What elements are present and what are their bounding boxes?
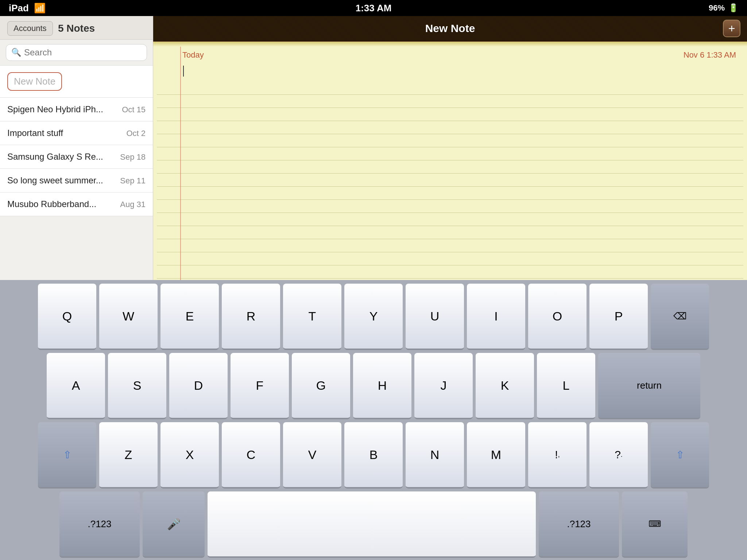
- ipad-label: iPad: [9, 3, 29, 14]
- ruled-lines: [153, 64, 747, 280]
- torn-edge: [153, 42, 747, 47]
- margin-line: [180, 47, 181, 280]
- note-date-line: Today Nov 6 1:33 AM: [153, 47, 747, 62]
- key-a[interactable]: A: [47, 353, 105, 419]
- note-date: Oct 2: [126, 129, 146, 138]
- notes-count: 5 Notes: [58, 23, 95, 34]
- battery-percent: 96%: [709, 3, 725, 13]
- shift-left-icon: ⇧: [63, 449, 71, 461]
- note-datetime-label: Nov 6 1:33 AM: [684, 50, 736, 60]
- key-question[interactable]: ?.: [589, 422, 648, 489]
- key-h[interactable]: H: [353, 353, 411, 419]
- list-item[interactable]: Samsung Galaxy S Re... Sep 18: [0, 145, 153, 169]
- new-note-inner: New Note: [7, 72, 62, 91]
- note-title: Musubo Rubberband...: [7, 199, 116, 209]
- key-c[interactable]: C: [222, 422, 280, 489]
- key-mic[interactable]: 🎤: [143, 491, 205, 558]
- keyboard-row-3: ⇧ Z X C V B N M !, ?. ⇧: [2, 422, 745, 489]
- key-b[interactable]: B: [344, 422, 403, 489]
- list-item[interactable]: Spigen Neo Hybrid iPh... Oct 15: [0, 98, 153, 121]
- key-q[interactable]: Q: [38, 284, 96, 350]
- status-bar-right: 96% 🔋: [709, 3, 738, 13]
- key-x[interactable]: X: [160, 422, 219, 489]
- note-title: So long sweet summer...: [7, 175, 116, 186]
- key-return[interactable]: return: [598, 353, 700, 419]
- key-exclaim[interactable]: !,: [528, 422, 587, 489]
- keyboard-row-1: Q W E R T Y U I O P ⌫: [2, 284, 745, 350]
- key-t[interactable]: T: [283, 284, 341, 350]
- add-note-button[interactable]: +: [723, 20, 740, 37]
- list-item[interactable]: Musubo Rubberband... Aug 31: [0, 192, 153, 216]
- wifi-icon: 📶: [34, 3, 46, 14]
- note-date: Aug 31: [120, 200, 146, 209]
- key-n[interactable]: N: [406, 422, 464, 489]
- status-bar: iPad 📶 1:33 AM 96% 🔋: [0, 0, 747, 16]
- note-editor-title: New Note: [425, 22, 475, 35]
- key-m[interactable]: M: [467, 422, 525, 489]
- note-editor: New Note +: [153, 16, 747, 280]
- key-shift-right[interactable]: ⇧: [651, 422, 709, 489]
- key-v[interactable]: V: [283, 422, 341, 489]
- sidebar: Accounts 5 Notes 🔍 New Note Spigen Neo H…: [0, 16, 153, 280]
- hide-keyboard-icon: ⌨: [649, 519, 661, 529]
- new-note-label: New Note: [14, 76, 55, 87]
- note-title: Important stuff: [7, 128, 122, 138]
- battery-icon: 🔋: [728, 3, 738, 13]
- list-item[interactable]: Important stuff Oct 2: [0, 121, 153, 145]
- search-input[interactable]: [24, 47, 142, 58]
- sidebar-header: Accounts 5 Notes: [0, 16, 153, 40]
- key-shift-left[interactable]: ⇧: [38, 422, 96, 489]
- note-date: Oct 15: [122, 105, 146, 114]
- key-symbols-right[interactable]: .?123: [539, 491, 619, 558]
- key-j[interactable]: J: [414, 353, 473, 419]
- note-title: Samsung Galaxy S Re...: [7, 152, 116, 162]
- key-symbols-left[interactable]: .?123: [59, 491, 140, 558]
- status-bar-left: iPad 📶: [9, 3, 46, 14]
- key-i[interactable]: I: [467, 284, 525, 350]
- note-date: Sep 11: [120, 176, 146, 186]
- key-l[interactable]: L: [537, 353, 595, 419]
- key-f[interactable]: F: [231, 353, 289, 419]
- note-today-label: Today: [182, 50, 204, 60]
- key-backspace[interactable]: ⌫: [651, 284, 709, 350]
- search-wrapper[interactable]: 🔍: [6, 44, 147, 61]
- keyboard: Q W E R T Y U I O P ⌫ A S D F G H J K L …: [0, 280, 747, 560]
- key-u[interactable]: U: [406, 284, 464, 350]
- status-bar-time: 1:33 AM: [356, 3, 392, 14]
- key-w[interactable]: W: [99, 284, 158, 350]
- note-date: Sep 18: [120, 152, 146, 162]
- search-icon: 🔍: [11, 48, 21, 57]
- key-o[interactable]: O: [528, 284, 587, 350]
- mic-icon: 🎤: [167, 518, 181, 530]
- backspace-icon: ⌫: [673, 311, 687, 322]
- note-title: Spigen Neo Hybrid iPh...: [7, 104, 117, 114]
- main-area: Accounts 5 Notes 🔍 New Note Spigen Neo H…: [0, 16, 747, 280]
- keyboard-row-4: .?123 🎤 .?123 ⌨: [2, 491, 745, 558]
- text-cursor: [183, 66, 184, 77]
- note-paper: Today Nov 6 1:33 AM: [153, 47, 747, 280]
- new-note-item[interactable]: New Note: [0, 66, 153, 98]
- key-z[interactable]: Z: [99, 422, 158, 489]
- key-s[interactable]: S: [108, 353, 166, 419]
- key-r[interactable]: R: [222, 284, 280, 350]
- note-content[interactable]: Today Nov 6 1:33 AM: [153, 47, 747, 280]
- search-bar: 🔍: [0, 40, 153, 66]
- shift-right-icon: ⇧: [676, 449, 684, 461]
- key-d[interactable]: D: [169, 353, 228, 419]
- key-k[interactable]: K: [476, 353, 534, 419]
- key-e[interactable]: E: [160, 284, 219, 350]
- accounts-button[interactable]: Accounts: [7, 21, 53, 36]
- key-g[interactable]: G: [292, 353, 350, 419]
- list-item[interactable]: So long sweet summer... Sep 11: [0, 169, 153, 192]
- key-p[interactable]: P: [589, 284, 648, 350]
- note-toolbar: New Note +: [153, 16, 747, 42]
- key-hide-keyboard[interactable]: ⌨: [622, 491, 688, 558]
- key-y[interactable]: Y: [344, 284, 403, 350]
- notes-list: New Note Spigen Neo Hybrid iPh... Oct 15…: [0, 66, 153, 280]
- key-space[interactable]: [208, 491, 536, 558]
- keyboard-row-2: A S D F G H J K L return: [2, 353, 745, 419]
